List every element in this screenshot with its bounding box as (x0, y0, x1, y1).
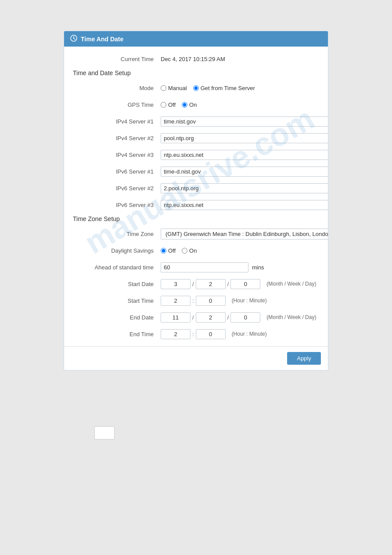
start-date-group: / / (Month / Week / Day) (161, 279, 319, 289)
start-time-hour-input[interactable] (161, 296, 191, 306)
mode-server-option[interactable]: Get from Time Server (193, 85, 255, 91)
current-time-value: Dec 4, 2017 10:15:29 AM (161, 56, 319, 62)
mode-manual-option[interactable]: Manual (161, 85, 187, 91)
ahead-value: mins (161, 262, 319, 272)
panel-header: Time And Date (64, 31, 328, 47)
timezone-value: (GMT) Greenwich Mean Time : Dublin Edinb… (161, 229, 328, 239)
end-time-row: End Time : (Hour : Minute) (73, 328, 319, 340)
start-date-day-input[interactable] (230, 279, 260, 289)
panel-footer: Apply (64, 346, 328, 370)
mode-server-label: Get from Time Server (201, 85, 255, 91)
daylight-off-radio[interactable] (161, 248, 166, 254)
ipv4-server3-input[interactable] (161, 150, 328, 160)
ipv4-server2-row: IPv4 Server #2 (73, 132, 319, 144)
mode-manual-label: Manual (168, 85, 187, 91)
gps-off-label: Off (168, 102, 176, 108)
ipv4-server1-row: IPv4 Server #1 (73, 115, 319, 127)
ipv6-server3-row: IPv6 Server #3 (73, 199, 319, 211)
end-time-hint: (Hour : Minute) (232, 331, 267, 337)
mode-radio-group: Manual Get from Time Server (161, 85, 319, 91)
ipv4-server3-value (161, 150, 328, 160)
ipv4-server2-value (161, 133, 328, 143)
gps-time-row: GPS Time Off On (73, 98, 319, 111)
timezone-label: Time Zone (73, 231, 161, 237)
timezone-row: Time Zone (GMT) Greenwich Mean Time : Du… (73, 228, 319, 240)
ipv6-server2-row: IPv6 Server #2 (73, 182, 319, 194)
ipv6-server2-label: IPv6 Server #2 (73, 185, 161, 192)
current-time-label: Current Time (73, 56, 161, 62)
daylight-savings-label: Daylight Savings (73, 247, 161, 254)
ipv6-server3-value (161, 200, 328, 210)
start-time-minute-input[interactable] (196, 296, 226, 306)
small-box (94, 426, 115, 439)
ipv6-server1-label: IPv6 Server #1 (73, 168, 161, 175)
start-date-sep2: / (227, 281, 229, 287)
ahead-label: Ahead of standard time (73, 264, 161, 271)
ipv4-server2-label: IPv4 Server #2 (73, 135, 161, 141)
end-date-label: End Date (73, 314, 161, 321)
ipv4-server2-input[interactable] (161, 133, 328, 143)
current-time-row: Current Time Dec 4, 2017 10:15:29 AM (73, 53, 319, 65)
start-time-label: Start Time (73, 297, 161, 304)
clock-icon (70, 35, 77, 43)
ipv6-server2-input[interactable] (161, 183, 328, 193)
gps-time-label: GPS Time (73, 102, 161, 108)
mode-label: Mode (73, 85, 161, 91)
end-time-minute-input[interactable] (196, 329, 226, 339)
start-date-sep1: / (192, 281, 194, 287)
start-date-hint: (Month / Week / Day) (266, 281, 316, 287)
start-date-month-input[interactable] (161, 279, 191, 289)
start-time-hint: (Hour : Minute) (232, 297, 267, 304)
end-time-hour-input[interactable] (161, 329, 191, 339)
start-date-week-input[interactable] (196, 279, 226, 289)
end-date-day-input[interactable] (230, 312, 260, 323)
daylight-radio-group: Off On (161, 247, 319, 254)
ipv4-server1-value (161, 116, 328, 127)
end-date-hint: (Month / Week / Day) (266, 314, 316, 320)
ipv4-server1-input[interactable] (161, 116, 328, 127)
end-date-sep2: / (227, 314, 229, 321)
daylight-on-option[interactable]: On (182, 247, 197, 254)
ipv4-server1-label: IPv4 Server #1 (73, 118, 161, 125)
ahead-input[interactable] (161, 262, 248, 272)
ipv6-server3-label: IPv6 Server #3 (73, 202, 161, 208)
mode-manual-radio[interactable] (161, 85, 166, 91)
end-time-label: End Time (73, 331, 161, 337)
end-date-week-input[interactable] (196, 312, 226, 323)
daylight-savings-row: Daylight Savings Off On (73, 244, 319, 257)
start-date-label: Start Date (73, 281, 161, 287)
gps-off-option[interactable]: Off (161, 102, 176, 108)
end-time-sep: : (192, 331, 194, 337)
panel-title: Time And Date (81, 36, 123, 43)
apply-button[interactable]: Apply (287, 352, 321, 365)
daylight-on-radio[interactable] (182, 248, 187, 254)
gps-on-radio[interactable] (182, 102, 187, 108)
daylight-off-label: Off (168, 247, 176, 254)
ipv6-server3-input[interactable] (161, 200, 328, 210)
ipv6-server1-input[interactable] (161, 167, 328, 177)
ipv4-server3-row: IPv4 Server #3 (73, 149, 319, 161)
start-time-sep: : (192, 297, 194, 304)
daylight-off-option[interactable]: Off (161, 247, 176, 254)
ipv4-server3-label: IPv4 Server #3 (73, 152, 161, 158)
ipv6-server1-value (161, 167, 328, 177)
gps-off-radio[interactable] (161, 102, 166, 108)
svg-line-2 (74, 39, 75, 40)
section-time-date-title: Time and Date Setup (73, 69, 319, 77)
ahead-unit: mins (252, 264, 264, 271)
end-date-month-input[interactable] (161, 312, 191, 323)
gps-on-option[interactable]: On (182, 102, 197, 108)
ahead-row: Ahead of standard time mins (73, 261, 319, 273)
ipv6-server2-value (161, 183, 328, 193)
mode-server-radio[interactable] (193, 85, 199, 91)
mode-row: Mode Manual Get from Time Server (73, 82, 319, 94)
end-date-group: / / (Month / Week / Day) (161, 312, 319, 323)
gps-on-label: On (189, 102, 197, 108)
ipv6-server1-row: IPv6 Server #1 (73, 165, 319, 178)
start-time-group: : (Hour : Minute) (161, 296, 319, 306)
timezone-select[interactable]: (GMT) Greenwich Mean Time : Dublin Edinb… (161, 229, 328, 239)
end-time-group: : (Hour : Minute) (161, 329, 319, 339)
section-timezone-title: Time Zone Setup (73, 215, 319, 223)
start-date-row: Start Date / / (Month / Week / Day) (73, 278, 319, 290)
gps-radio-group: Off On (161, 102, 319, 108)
